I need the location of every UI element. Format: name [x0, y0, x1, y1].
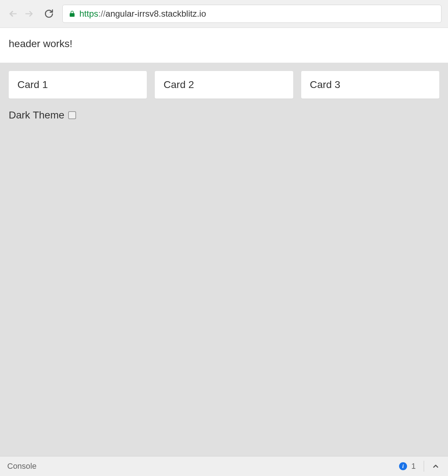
divider — [424, 461, 424, 472]
arrow-right-icon — [25, 9, 34, 18]
preview-area: header works! Card 1 Card 2 Card 3 Dark … — [0, 28, 448, 456]
url-sep: :// — [98, 9, 105, 18]
url-host: angular-irrsv8.stackblitz.io — [105, 9, 206, 18]
cards-row: Card 1 Card 2 Card 3 — [9, 71, 439, 99]
card: Card 2 — [155, 71, 293, 99]
url-text: https://angular-irrsv8.stackblitz.io — [79, 9, 206, 19]
expand-console-button[interactable] — [431, 461, 441, 471]
content-section: Card 1 Card 2 Card 3 Dark Theme — [0, 63, 448, 129]
dark-theme-checkbox[interactable] — [68, 111, 76, 119]
address-bar[interactable]: https://angular-irrsv8.stackblitz.io — [62, 5, 441, 23]
chevron-up-icon — [432, 462, 440, 470]
theme-label: Dark Theme — [9, 109, 65, 121]
console-bar[interactable]: Console i 1 — [0, 456, 448, 476]
header-section: header works! — [0, 28, 448, 63]
reload-button[interactable] — [43, 8, 55, 20]
arrow-left-icon — [8, 9, 17, 18]
forward-button[interactable] — [23, 8, 36, 20]
info-icon: i — [399, 462, 407, 470]
reload-icon — [44, 9, 54, 18]
lock-icon — [69, 10, 76, 17]
theme-toggle-row: Dark Theme — [9, 109, 439, 121]
card: Card 1 — [9, 71, 147, 99]
back-button[interactable] — [7, 8, 19, 20]
url-scheme: https — [79, 9, 98, 18]
card: Card 3 — [301, 71, 439, 99]
browser-toolbar: https://angular-irrsv8.stackblitz.io — [0, 0, 448, 28]
header-text: header works! — [9, 38, 439, 50]
console-label: Console — [7, 462, 37, 471]
info-count: 1 — [411, 462, 416, 471]
